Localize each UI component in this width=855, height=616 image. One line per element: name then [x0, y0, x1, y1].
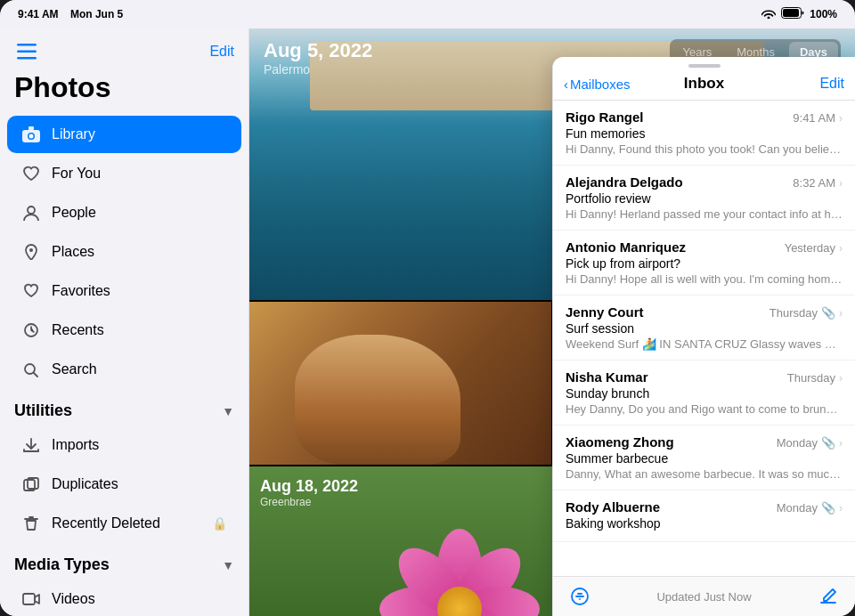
- mail-item-5[interactable]: Xiaomeng Zhong Monday 📎 › Summer barbecu…: [553, 426, 855, 490]
- mail-item-3-header: Jenny Court Thursday 📎 ›: [566, 304, 843, 320]
- preview-3: Weekend Surf 🏄 IN SANTA CRUZ Glassy wave…: [566, 337, 843, 351]
- sidebar-edit-button[interactable]: Edit: [209, 44, 234, 60]
- sidebar-toggle-button[interactable]: [14, 39, 39, 64]
- sidebar-item-favorites[interactable]: Favorites: [7, 272, 241, 310]
- sidebar-item-places-label: Places: [52, 244, 94, 260]
- time-4: Thursday ›: [787, 371, 843, 385]
- sidebar-item-duplicates-label: Duplicates: [52, 476, 118, 492]
- time-1: 8:32 AM ›: [793, 176, 843, 190]
- time-2: Yesterday ›: [785, 241, 843, 255]
- mail-item-0[interactable]: Rigo Rangel 9:41 AM › Fun memories Hi Da…: [553, 101, 855, 166]
- time-3: Thursday 📎 ›: [770, 306, 843, 320]
- chevron-icon-6: ›: [839, 502, 843, 515]
- recently-deleted-icon: [21, 514, 41, 533]
- mail-edit-button[interactable]: Edit: [751, 76, 844, 92]
- mail-item-1[interactable]: Alejandra Delgado 8:32 AM › Portfolio re…: [553, 166, 855, 231]
- mail-item-1-header: Alejandra Delgado 8:32 AM ›: [566, 174, 843, 190]
- svg-point-9: [28, 207, 35, 214]
- subject-6: Baking workshop: [566, 516, 843, 531]
- subject-5: Summer barbecue: [566, 451, 843, 466]
- lock-icon: 🔒: [212, 516, 227, 531]
- sender-2: Antonio Manriquez: [566, 239, 686, 255]
- chevron-icon-0: ›: [839, 112, 843, 125]
- main-layout: Edit Photos Library: [0, 28, 855, 616]
- media-types-section-header[interactable]: Media Types ▼: [0, 543, 248, 580]
- svg-point-12: [25, 364, 35, 374]
- compose-button[interactable]: [816, 584, 841, 609]
- chevron-icon-1: ›: [839, 177, 843, 190]
- mail-header: ‹ Mailboxes Inbox Edit: [553, 71, 855, 101]
- footer-updated-text: Updated Just Now: [592, 590, 816, 604]
- svg-rect-3: [17, 51, 37, 53]
- preview-0: Hi Danny, Found this photo you took! Can…: [566, 142, 843, 156]
- duplicates-icon: [21, 474, 41, 494]
- time-0: 9:41 AM ›: [793, 111, 843, 125]
- inbox-title: Inbox: [657, 75, 751, 93]
- mail-item-5-header: Xiaomeng Zhong Monday 📎 ›: [566, 434, 843, 450]
- mail-item-2[interactable]: Antonio Manriquez Yesterday › Pick up fr…: [553, 231, 855, 296]
- mail-filter-button[interactable]: [567, 584, 592, 609]
- sidebar-item-library-label: Library: [52, 126, 95, 142]
- mail-item-6[interactable]: Rody Albuerne Monday 📎 › Baking workshop: [553, 490, 855, 542]
- people-icon: [21, 203, 41, 223]
- sidebar-item-for-you[interactable]: For You: [7, 155, 241, 192]
- time-value-5: Monday: [777, 436, 818, 450]
- sidebar-item-search-label: Search: [52, 361, 97, 377]
- svg-rect-15: [23, 594, 35, 604]
- attachment-icon-6: 📎: [821, 501, 835, 515]
- svg-rect-4: [17, 57, 37, 60]
- time-value-1: 8:32 AM: [793, 176, 835, 190]
- videos-icon: [21, 589, 41, 609]
- svg-rect-6: [28, 126, 34, 130]
- time-6: Monday 📎 ›: [777, 501, 843, 515]
- canyon-photo: [249, 302, 551, 465]
- sidebar-item-for-you-label: For You: [52, 166, 101, 182]
- mail-list: Rigo Rangel 9:41 AM › Fun memories Hi Da…: [553, 101, 855, 576]
- sidebar-item-recents-label: Recents: [52, 322, 104, 338]
- sender-5: Xiaomeng Zhong: [566, 434, 674, 450]
- mail-item-6-header: Rody Albuerne Monday 📎 ›: [566, 499, 843, 515]
- back-chevron-icon: ‹: [564, 77, 568, 92]
- sidebar-item-people-label: People: [52, 205, 96, 221]
- sidebar-item-search[interactable]: Search: [7, 351, 241, 388]
- search-icon: [21, 360, 41, 379]
- status-right: 100%: [761, 7, 837, 21]
- sidebar-item-videos[interactable]: Videos: [7, 580, 241, 616]
- battery-pct: 100%: [810, 8, 837, 20]
- utilities-section-header[interactable]: Utilities ▼: [0, 389, 248, 426]
- sidebar-item-videos-label: Videos: [52, 591, 95, 607]
- sidebar-item-recently-deleted[interactable]: Recently Deleted 🔒: [7, 505, 241, 542]
- imports-icon: [21, 435, 41, 455]
- sender-1: Alejandra Delgado: [566, 174, 683, 190]
- media-types-chevron-icon: ▼: [222, 558, 234, 572]
- time-value-6: Monday: [777, 501, 818, 515]
- sidebar-item-imports[interactable]: Imports: [7, 426, 241, 464]
- subject-4: Sunday brunch: [566, 386, 843, 401]
- sidebar-item-people[interactable]: People: [7, 194, 241, 231]
- mail-overlay: ‹ Mailboxes Inbox Edit Rigo Rangel 9:41 …: [552, 57, 855, 616]
- utilities-chevron-icon: ▼: [222, 404, 234, 418]
- mail-item-4-header: Nisha Kumar Thursday ›: [566, 369, 843, 385]
- status-bar: 9:41 AM Mon Jun 5 100%: [0, 0, 855, 28]
- time-value-3: Thursday: [770, 306, 818, 320]
- mail-item-3[interactable]: Jenny Court Thursday 📎 › Surf session We…: [553, 296, 855, 361]
- subject-2: Pick up from airport?: [566, 256, 843, 271]
- chevron-icon-2: ›: [839, 242, 843, 255]
- mail-item-2-header: Antonio Manriquez Yesterday ›: [566, 239, 843, 255]
- date-display: Mon Jun 5: [70, 8, 123, 20]
- sidebar-item-duplicates[interactable]: Duplicates: [7, 466, 241, 503]
- svg-rect-2: [17, 44, 37, 46]
- sidebar-item-recents[interactable]: Recents: [7, 312, 241, 349]
- mail-item-4[interactable]: Nisha Kumar Thursday › Sunday brunch Hey…: [553, 361, 855, 426]
- mail-item-0-header: Rigo Rangel 9:41 AM ›: [566, 109, 843, 125]
- preview-5: Danny, What an awesome barbecue. It was …: [566, 467, 843, 481]
- mail-footer: Updated Just Now: [553, 576, 855, 616]
- sidebar-item-imports-label: Imports: [52, 437, 99, 453]
- sidebar-item-favorites-label: Favorites: [52, 283, 110, 299]
- ipad-frame: 9:41 AM Mon Jun 5 100%: [0, 0, 855, 616]
- sidebar-item-library[interactable]: Library: [7, 116, 241, 153]
- sender-0: Rigo Rangel: [566, 109, 644, 125]
- svg-point-8: [29, 134, 34, 139]
- sidebar-item-places[interactable]: Places: [7, 233, 241, 271]
- mail-back-button[interactable]: ‹ Mailboxes: [564, 77, 657, 92]
